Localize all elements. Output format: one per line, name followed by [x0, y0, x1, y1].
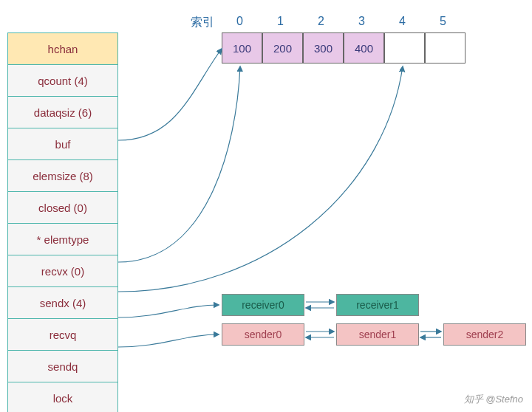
- watermark: 知乎 @Stefno: [464, 393, 523, 406]
- field-recvq: recvq: [8, 319, 118, 351]
- receiver-1: receiver1: [336, 294, 419, 316]
- sender-2: sender2: [443, 323, 526, 346]
- buf-cell-2: 300: [303, 32, 344, 63]
- index-3: 3: [358, 15, 365, 28]
- field-recvx: recvx (0): [8, 255, 118, 287]
- field-sendq: sendq: [8, 351, 118, 382]
- hchan-header: hchan: [8, 33, 118, 65]
- index-2: 2: [318, 15, 324, 28]
- field-elemsize: elemsize (8): [8, 160, 118, 192]
- index-5: 5: [440, 15, 446, 28]
- buf-cell-4: [384, 32, 425, 63]
- receiver-0: receiver0: [222, 294, 304, 316]
- buffer-array: 100 200 300 400: [222, 32, 466, 63]
- buf-cell-3: 400: [344, 32, 384, 63]
- sender-1: sender1: [336, 323, 419, 346]
- field-qcount: qcount (4): [8, 65, 118, 97]
- index-1: 1: [277, 15, 284, 28]
- field-closed: closed (0): [8, 192, 118, 224]
- index-0: 0: [236, 15, 243, 28]
- index-title: 索引: [191, 15, 214, 30]
- field-buf: buf: [8, 128, 118, 160]
- buf-cell-5: [425, 32, 466, 63]
- field-dataqsiz: dataqsiz (6): [8, 97, 118, 128]
- field-lock: lock: [8, 382, 118, 413]
- buf-cell-1: 200: [262, 32, 303, 63]
- index-4: 4: [399, 15, 406, 28]
- hchan-struct: hchan qcount (4) dataqsiz (6) buf elemsi…: [7, 32, 118, 412]
- field-elemtype: * elemtype: [8, 224, 118, 255]
- field-sendx: sendx (4): [8, 287, 118, 319]
- sender-0: sender0: [222, 323, 304, 346]
- buf-cell-0: 100: [222, 32, 262, 63]
